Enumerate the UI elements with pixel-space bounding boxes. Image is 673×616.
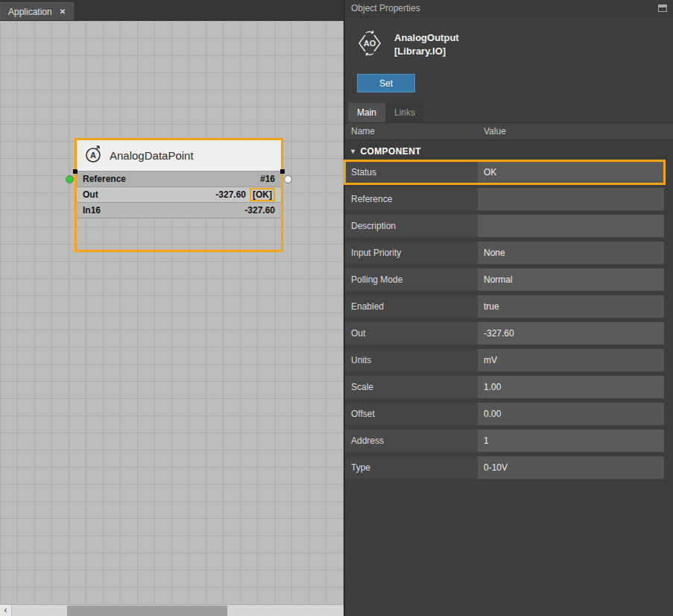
property-value[interactable]: -327.60	[478, 322, 664, 345]
property-value[interactable]: 0-10V	[478, 456, 664, 479]
object-summary: AO AnalogOutput [Library.IO]	[345, 17, 673, 71]
input-port[interactable]	[66, 175, 74, 183]
property-value[interactable]: 1.00	[478, 376, 664, 398]
connection-handle-right[interactable]	[280, 169, 285, 174]
object-name: AnalogOutput	[394, 31, 459, 45]
canvas-tabbar: Application ✕	[0, 0, 344, 21]
property-value[interactable]: mV	[478, 349, 664, 371]
column-header-value: Value	[478, 126, 506, 136]
node-row-out[interactable]: Out -327.60 [OK]	[77, 187, 281, 203]
property-name[interactable]: Scale	[345, 376, 478, 398]
application-window: Application ✕ A AnalogDataPoint	[0, 0, 673, 616]
property-value[interactable]: 1	[478, 430, 664, 452]
property-value[interactable]: None	[478, 242, 664, 264]
property-value[interactable]: 0.00	[478, 403, 664, 425]
property-name[interactable]: Units	[345, 349, 478, 371]
property-name[interactable]: Reference	[345, 188, 478, 210]
node-row-name: In16	[83, 205, 101, 216]
property-name[interactable]: Polling Mode	[345, 268, 478, 291]
section-label: COMPONENT	[360, 146, 421, 157]
wiresheet-canvas[interactable]: A AnalogDataPoint Reference #16 Out -327…	[0, 21, 344, 604]
svg-text:AO: AO	[364, 39, 376, 48]
tab-application-label: Application	[8, 7, 52, 17]
property-row-scale[interactable]: Scale 1.00	[345, 376, 664, 398]
scrollbar-thumb[interactable]	[67, 606, 227, 616]
tab-links[interactable]: Links	[385, 103, 424, 122]
panel-header: Object Properties	[345, 0, 673, 17]
horizontal-scrollbar[interactable]: ‹	[0, 604, 344, 616]
property-name[interactable]: Status	[345, 161, 478, 183]
property-name[interactable]: Input Priority	[345, 242, 478, 264]
property-name[interactable]: Offset	[345, 403, 478, 425]
property-value[interactable]	[478, 215, 664, 237]
node-row-value: -327.60	[215, 189, 246, 200]
property-name[interactable]: Enabled	[345, 295, 478, 318]
property-row-reference[interactable]: Reference	[345, 188, 664, 210]
node-title: AnalogDataPoint	[110, 149, 194, 162]
property-name[interactable]: Address	[345, 430, 478, 452]
node-row-name: Reference	[83, 174, 126, 184]
analog-datapoint-icon: A	[84, 145, 102, 166]
collapse-arrow-icon: ▾	[351, 147, 355, 155]
table-header: Name Value	[345, 123, 673, 141]
node-row-value: -327.60	[244, 205, 275, 216]
property-row-status[interactable]: Status OK	[345, 161, 664, 183]
property-row-description[interactable]: Description	[345, 215, 664, 237]
node-row-value: #16	[260, 174, 275, 184]
scroll-left-arrow-icon[interactable]: ‹	[0, 605, 12, 616]
property-value[interactable]: OK	[478, 161, 664, 183]
node-row-reference[interactable]: Reference #16	[77, 172, 281, 187]
analog-output-icon: AO	[356, 29, 384, 60]
connection-handle-left[interactable]	[73, 169, 78, 174]
property-name[interactable]: Out	[345, 322, 478, 345]
panel-title: Object Properties	[351, 3, 420, 13]
property-row-units[interactable]: Units mV	[345, 349, 664, 371]
object-properties-panel: Object Properties AO AnalogOutput [Libra…	[344, 0, 673, 616]
properties-tabs: Main Links	[345, 103, 673, 123]
node-row-in16[interactable]: In16 -327.60	[77, 203, 281, 219]
property-rows: Status OK Reference Description Input Pr…	[345, 161, 673, 479]
property-name[interactable]: Description	[345, 215, 478, 237]
output-port[interactable]	[284, 175, 292, 183]
analog-datapoint-node[interactable]: A AnalogDataPoint Reference #16 Out -327…	[75, 138, 283, 252]
property-row-out[interactable]: Out -327.60	[345, 322, 664, 345]
property-value[interactable]: true	[478, 295, 664, 318]
svg-text:A: A	[90, 151, 96, 160]
property-row-type[interactable]: Type 0-10V	[345, 456, 664, 479]
object-library: [Library.IO]	[394, 45, 459, 58]
close-tab-icon[interactable]: ✕	[60, 7, 66, 16]
property-row-input-priority[interactable]: Input Priority None	[345, 242, 664, 264]
canvas-panel: Application ✕ A AnalogDataPoint	[0, 0, 344, 616]
status-badge: [OK]	[250, 188, 275, 201]
property-row-offset[interactable]: Offset 0.00	[345, 403, 664, 425]
tab-application[interactable]: Application ✕	[0, 2, 74, 20]
property-value[interactable]	[478, 188, 664, 210]
property-row-polling-mode[interactable]: Polling Mode Normal	[345, 268, 664, 291]
node-header[interactable]: A AnalogDataPoint	[77, 140, 281, 172]
dock-icon[interactable]	[658, 4, 667, 12]
property-row-enabled[interactable]: Enabled true	[345, 295, 664, 318]
column-header-name: Name	[345, 126, 478, 136]
section-component[interactable]: ▾ COMPONENT	[345, 141, 673, 161]
set-button[interactable]: Set	[357, 74, 415, 92]
node-row-name: Out	[83, 189, 98, 200]
property-row-address[interactable]: Address 1	[345, 430, 664, 452]
property-name[interactable]: Type	[345, 456, 478, 479]
property-value[interactable]: Normal	[478, 268, 664, 291]
tab-main[interactable]: Main	[348, 103, 385, 122]
